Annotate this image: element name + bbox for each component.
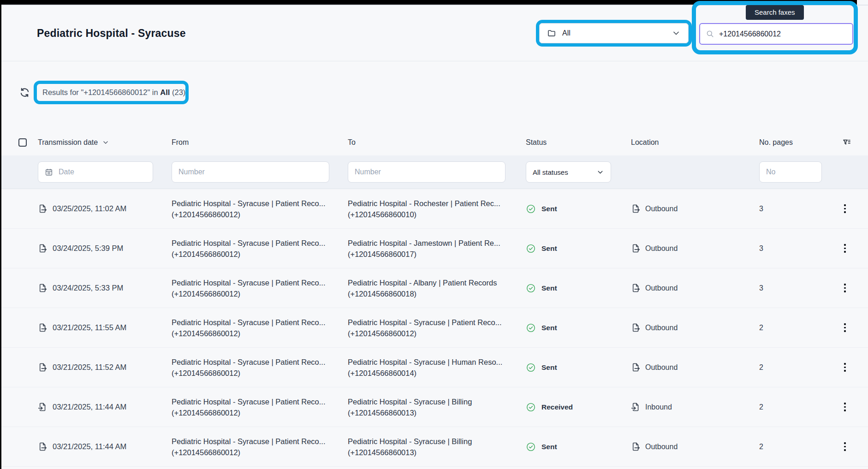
- from-cell: Pediatric Hospital - Syracuse | Patient …: [172, 317, 348, 339]
- row-menu-button[interactable]: [842, 361, 848, 373]
- status-cell: Received: [526, 402, 631, 412]
- row-menu-button[interactable]: [842, 202, 848, 214]
- status-success-icon: [526, 204, 536, 214]
- row-menu-button[interactable]: [842, 401, 848, 413]
- chevron-down-icon: [596, 168, 604, 176]
- transmission-date-cell: 03/21/2025, 11:44 AM: [38, 442, 172, 451]
- search-input[interactable]: +12014566860012: [699, 23, 853, 45]
- filter-icon[interactable]: [842, 138, 851, 147]
- transmission-date-cell: 03/21/2025, 11:55 AM: [38, 323, 172, 332]
- location-cell: Outbound: [631, 442, 759, 451]
- select-all-checkbox[interactable]: [18, 138, 27, 147]
- transmission-date-cell: 03/21/2025, 11:52 AM: [38, 362, 172, 372]
- to-cell: Pediatric Hospital - Rochester | Patient…: [348, 198, 526, 220]
- outbound-icon: [631, 204, 641, 214]
- to-filter-input[interactable]: Number: [348, 161, 505, 183]
- row-menu-button[interactable]: [842, 440, 848, 452]
- inbound-fax-icon: [38, 402, 48, 412]
- transmission-date-cell: 03/24/2025, 5:39 PM: [38, 243, 172, 253]
- row-menu-button[interactable]: [842, 282, 848, 294]
- location-cell: Outbound: [631, 323, 759, 332]
- status-success-icon: [526, 442, 536, 452]
- outbound-icon: [631, 283, 641, 293]
- row-menu-button[interactable]: [842, 321, 848, 333]
- table-row[interactable]: 03/24/2025, 5:39 PM Pediatric Hospital -…: [0, 229, 868, 268]
- column-header-to[interactable]: To: [348, 138, 526, 147]
- from-cell: Pediatric Hospital - Syracuse | Patient …: [172, 198, 348, 220]
- to-cell: Pediatric Hospital - Syracuse | Patient …: [348, 317, 526, 339]
- status-cell: Sent: [526, 283, 631, 293]
- pages-cell: 3: [759, 205, 830, 213]
- status-filter-select[interactable]: All statuses: [526, 161, 611, 183]
- from-cell: Pediatric Hospital - Syracuse | Patient …: [172, 356, 348, 379]
- status-cell: Sent: [526, 204, 631, 214]
- location-cell: Outbound: [631, 283, 759, 293]
- status-cell: Sent: [526, 362, 631, 373]
- from-filter-input[interactable]: Number: [172, 161, 329, 183]
- outbound-fax-icon: [38, 283, 48, 293]
- table-header-row: Transmission date From To Status Locatio…: [0, 129, 868, 155]
- column-header-transmission-date[interactable]: Transmission date: [38, 138, 172, 147]
- outbound-fax-icon: [38, 442, 48, 451]
- pages-cell: 2: [759, 443, 830, 451]
- location-cell: Inbound: [631, 402, 759, 412]
- table-row[interactable]: 03/21/2025, 11:44 AM Pediatric Hospital …: [0, 387, 868, 427]
- outbound-fax-icon: [38, 323, 48, 332]
- status-filter-value: All statuses: [533, 168, 568, 176]
- status-cell: Sent: [526, 243, 631, 254]
- date-filter-input[interactable]: Date: [38, 161, 153, 183]
- pages-filter-input[interactable]: No: [759, 161, 822, 183]
- chevron-down-icon: [672, 29, 681, 38]
- window-left-border: [0, 0, 1, 469]
- from-filter-placeholder: Number: [178, 168, 205, 176]
- to-cell: Pediatric Hospital - Jamestown | Patient…: [348, 237, 526, 260]
- from-cell: Pediatric Hospital - Syracuse | Patient …: [172, 237, 348, 260]
- search-icon: [706, 30, 714, 38]
- to-cell: Pediatric Hospital - Syracuse | Billing …: [348, 396, 526, 418]
- calendar-icon: [45, 168, 53, 176]
- location-cell: Outbound: [631, 243, 759, 253]
- table-row[interactable]: 03/21/2025, 11:52 AM Pediatric Hospital …: [0, 348, 868, 387]
- to-cell: Pediatric Hospital - Syracuse | Human Re…: [348, 356, 526, 379]
- column-header-location[interactable]: Location: [631, 138, 759, 147]
- folder-dropdown-highlight: All: [536, 20, 692, 47]
- transmission-date-cell: 03/25/2025, 11:02 AM: [38, 204, 172, 214]
- status-success-icon: [526, 243, 536, 254]
- pages-cell: 2: [759, 363, 830, 372]
- from-cell: Pediatric Hospital - Syracuse | Patient …: [172, 277, 348, 299]
- transmission-date-cell: 03/24/2025, 5:33 PM: [38, 283, 172, 293]
- results-summary: Results for "+12014566860012" in All (23…: [42, 88, 185, 97]
- table-row[interactable]: 03/21/2025, 11:55 AM Pediatric Hospital …: [0, 308, 868, 348]
- status-cell: Sent: [526, 442, 631, 452]
- page-title: Pediatric Hospital - Syracuse: [37, 27, 186, 40]
- table-filter-row: Date Number Number All statuses No: [0, 155, 868, 189]
- to-cell: Pediatric Hospital - Albany | Patient Re…: [348, 277, 526, 299]
- status-success-icon: [526, 402, 536, 412]
- outbound-icon: [631, 243, 641, 253]
- transmission-date-cell: 03/21/2025, 11:44 AM: [38, 402, 172, 412]
- column-header-from[interactable]: From: [172, 138, 348, 147]
- to-cell: Pediatric Hospital - Syracuse | Billing …: [348, 436, 526, 458]
- folder-dropdown-value: All: [562, 29, 571, 37]
- folder-icon: [547, 29, 556, 38]
- outbound-icon: [631, 362, 641, 372]
- table-row[interactable]: 03/21/2025, 11:44 AM Pediatric Hospital …: [0, 427, 868, 467]
- column-header-pages[interactable]: No. pages: [759, 138, 830, 147]
- folder-dropdown[interactable]: All: [539, 23, 689, 43]
- outbound-icon: [631, 442, 641, 451]
- table-row[interactable]: 03/24/2025, 5:33 PM Pediatric Hospital -…: [0, 268, 868, 308]
- pages-filter-placeholder: No: [766, 168, 775, 176]
- outbound-fax-icon: [38, 362, 48, 372]
- column-header-status[interactable]: Status: [526, 138, 631, 147]
- pages-cell: 3: [759, 284, 830, 292]
- sort-chevron-icon: [102, 139, 109, 146]
- status-success-icon: [526, 362, 536, 373]
- refresh-button[interactable]: [19, 87, 31, 99]
- to-filter-placeholder: Number: [355, 168, 381, 176]
- status-success-icon: [526, 323, 536, 333]
- outbound-fax-icon: [38, 243, 48, 253]
- table-row[interactable]: 03/25/2025, 11:02 AM Pediatric Hospital …: [0, 189, 868, 229]
- search-tooltip: Search faxes: [746, 5, 804, 20]
- pages-cell: 3: [759, 244, 830, 253]
- row-menu-button[interactable]: [842, 242, 848, 254]
